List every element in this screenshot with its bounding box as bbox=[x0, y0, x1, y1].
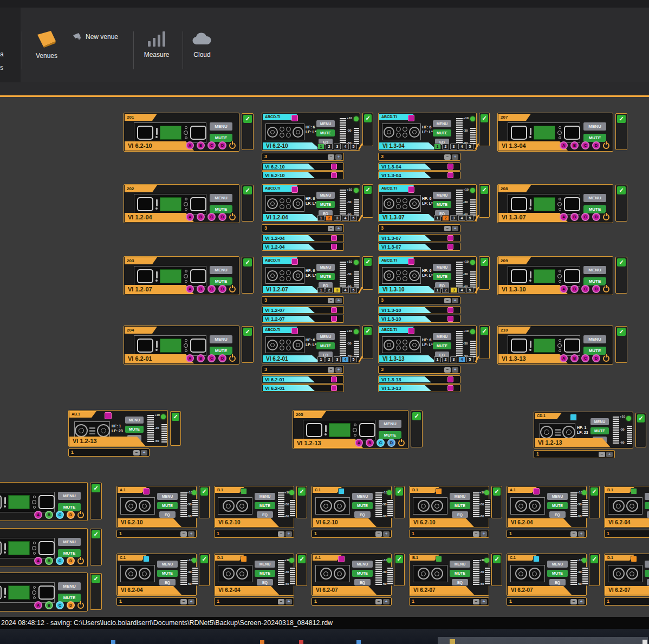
knob-a[interactable]: A bbox=[186, 285, 194, 293]
knob-b[interactable]: B bbox=[197, 354, 205, 362]
selection-checkbox[interactable]: ✓ bbox=[296, 486, 307, 518]
decrement-button[interactable]: − bbox=[444, 367, 451, 373]
selector-3[interactable]: 3 bbox=[334, 144, 341, 149]
knob-d[interactable]: D bbox=[218, 285, 226, 293]
device-panel-205[interactable]: 205MENUMUTEVI 1.2-13ABCD bbox=[293, 410, 408, 449]
channel-subrow[interactable]: VI 1.3-13 bbox=[378, 384, 460, 392]
channel-subrow[interactable]: VI 6.2-10 bbox=[262, 162, 344, 171]
gain-subrow[interactable]: 3−+ bbox=[378, 296, 460, 304]
mute-indicator[interactable] bbox=[338, 488, 345, 495]
channel-subrow[interactable]: VI 1.2-04 bbox=[262, 234, 344, 242]
selection-checkbox[interactable]: ✓ bbox=[589, 554, 600, 586]
channel-subrow[interactable]: VI 6.2-10 bbox=[262, 171, 344, 179]
menu-button[interactable]: MENU bbox=[316, 192, 335, 199]
gain-subrow[interactable]: 1−+ bbox=[604, 597, 649, 606]
mute-indicator[interactable] bbox=[447, 244, 453, 250]
knob-d[interactable]: D bbox=[218, 141, 226, 149]
power-icon[interactable] bbox=[229, 214, 236, 220]
power-icon[interactable] bbox=[77, 512, 84, 518]
mute-button[interactable]: MUTE bbox=[210, 277, 232, 285]
selection-checkbox[interactable]: ✓ bbox=[362, 113, 373, 146]
selection-checkbox[interactable]: ✓ bbox=[199, 554, 210, 586]
selector-1[interactable]: 1 bbox=[434, 215, 441, 221]
menu-button[interactable]: MENU bbox=[210, 194, 232, 202]
selector-4[interactable]: 4 bbox=[458, 215, 465, 221]
mute-button[interactable]: MUTE bbox=[450, 570, 470, 577]
knob-b[interactable]: B bbox=[45, 557, 53, 565]
menu-button[interactable]: MENU bbox=[583, 194, 606, 202]
power-icon[interactable] bbox=[229, 286, 236, 292]
gain-subrow[interactable]: 1−+ bbox=[409, 530, 489, 538]
knob-d[interactable]: D bbox=[218, 354, 226, 362]
channel-subrow[interactable]: VI 6.2-01 bbox=[262, 375, 344, 383]
increment-button[interactable]: + bbox=[188, 599, 194, 604]
gain-subrow[interactable]: 1−+ bbox=[68, 448, 150, 457]
device-panel-ABCD.TI[interactable]: ABCD.TIHF: 6LF: L*MENUMUTEEQ+10-30-60VI … bbox=[262, 184, 360, 222]
decrement-button[interactable]: − bbox=[444, 154, 451, 160]
increment-button[interactable]: + bbox=[335, 298, 342, 303]
decrement-button[interactable]: − bbox=[133, 450, 140, 456]
selector-2[interactable]: 2 bbox=[326, 356, 333, 362]
power-icon[interactable] bbox=[603, 286, 609, 292]
selection-checkbox[interactable]: ✓ bbox=[411, 411, 423, 447]
selection-checkbox[interactable]: ✓ bbox=[199, 486, 210, 518]
increment-button[interactable]: + bbox=[606, 452, 613, 457]
selector-5[interactable]: 5 bbox=[350, 287, 357, 293]
mute-indicator[interactable] bbox=[291, 115, 298, 121]
menu-button[interactable]: MENU bbox=[590, 418, 609, 425]
checkmark-icon[interactable]: ✓ bbox=[395, 487, 403, 496]
menu-button[interactable]: MENU bbox=[433, 264, 451, 271]
gain-subrow[interactable]: 1−+ bbox=[604, 530, 649, 538]
mute-button[interactable]: MUTE bbox=[583, 347, 606, 355]
gain-subrow[interactable]: 1−+ bbox=[116, 597, 197, 606]
selection-checkbox[interactable]: ✓ bbox=[615, 185, 627, 222]
mute-button[interactable]: MUTE bbox=[316, 129, 335, 136]
device-panel-C.1[interactable]: C.1MENUMUTEEQ+10-30-60VI 6.2-10 bbox=[311, 486, 392, 528]
selection-checkbox[interactable]: ✓ bbox=[394, 554, 405, 586]
checkmark-icon[interactable]: ✓ bbox=[481, 258, 488, 266]
menu-button[interactable]: MENU bbox=[433, 120, 451, 127]
selection-checkbox[interactable]: ✓ bbox=[479, 184, 490, 218]
checkmark-icon[interactable]: ✓ bbox=[590, 487, 598, 496]
checkmark-icon[interactable]: ✓ bbox=[617, 258, 626, 266]
selection-checkbox[interactable]: ✓ bbox=[635, 413, 646, 447]
mute-indicator[interactable] bbox=[436, 556, 442, 562]
selector-1[interactable]: 1 bbox=[317, 144, 325, 149]
knob-d[interactable]: D bbox=[387, 439, 395, 447]
selector-3[interactable]: 3 bbox=[450, 287, 457, 293]
venue-canvas[interactable]: 201MENUMUTEVI 6.2-10ABCD✓ABCD.TIHF: 6LF:… bbox=[0, 97, 649, 617]
mute-indicator[interactable] bbox=[408, 258, 414, 265]
mute-indicator[interactable] bbox=[436, 488, 442, 495]
knob-d[interactable]: D bbox=[592, 285, 600, 293]
selector-2[interactable]: 2 bbox=[442, 356, 449, 362]
increment-button[interactable]: + bbox=[335, 226, 342, 231]
knob-d[interactable]: D bbox=[592, 213, 600, 221]
device-panel-201[interactable]: 201MENUMUTEVI 6.2-10ABCD bbox=[124, 113, 239, 152]
gain-subrow[interactable]: 1−+ bbox=[116, 530, 197, 538]
mute-indicator[interactable] bbox=[408, 115, 414, 121]
decrement-button[interactable]: − bbox=[328, 367, 334, 373]
selector-3[interactable]: 3 bbox=[450, 215, 457, 221]
knob-c[interactable]: C bbox=[56, 601, 64, 609]
checkmark-icon[interactable]: ✓ bbox=[364, 258, 372, 266]
mute-indicator[interactable] bbox=[408, 186, 414, 193]
menu-button[interactable]: MENU bbox=[645, 493, 649, 500]
gain-subrow[interactable]: 1−+ bbox=[507, 530, 587, 538]
selector-5[interactable]: 5 bbox=[466, 356, 473, 362]
increment-button[interactable]: + bbox=[383, 531, 390, 537]
power-icon[interactable] bbox=[77, 558, 84, 564]
selector-2[interactable]: 2 bbox=[326, 287, 333, 293]
gain-subrow[interactable]: 1−+ bbox=[311, 530, 392, 538]
mute-indicator[interactable] bbox=[331, 376, 337, 382]
increment-button[interactable]: + bbox=[285, 531, 292, 537]
mute-indicator[interactable] bbox=[291, 328, 298, 334]
mute-indicator[interactable] bbox=[631, 556, 637, 562]
eq-button[interactable]: EQ bbox=[647, 511, 649, 518]
selection-checkbox[interactable]: ✓ bbox=[615, 326, 627, 363]
mute-button[interactable]: MUTE bbox=[157, 570, 178, 577]
eq-button[interactable]: EQ bbox=[452, 579, 468, 586]
device-panel-C.1[interactable]: C.1MENUMUTEEQ+10-30-60VI 6.2-04 bbox=[116, 554, 197, 596]
mute-button[interactable]: MUTE bbox=[433, 273, 451, 280]
menu-button[interactable]: MENU bbox=[547, 493, 568, 500]
menu-button[interactable]: MENU bbox=[316, 120, 335, 127]
